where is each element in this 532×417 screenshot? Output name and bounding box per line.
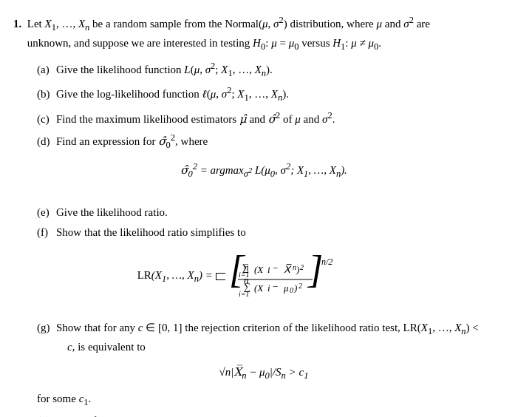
part-c-text: Find the maximum likelihood estimators μ…	[56, 109, 514, 128]
part-f: (f) Show that the likelihood ratio simpl…	[37, 224, 514, 241]
svg-text:i=1: i=1	[239, 290, 250, 298]
formula-g: √n|X̅n − μ0|/Sn > c1	[13, 364, 514, 383]
part-g-text: Show that for any c ∈ [0, 1] the rejecti…	[56, 319, 514, 356]
svg-text:i: i	[267, 282, 270, 294]
part-e-label: (e)	[37, 204, 53, 221]
svg-text:2: 2	[299, 282, 302, 290]
svg-text:0: 0	[290, 286, 293, 294]
part-b-text: Give the log-likelihood function ℓ(μ, σ2…	[56, 84, 514, 105]
part-b-label: (b)	[37, 86, 53, 103]
svg-text:(X: (X	[254, 282, 264, 294]
svg-text:): )	[293, 282, 297, 294]
part-d-label: (d)	[37, 133, 53, 150]
part-d-text: Find an expression for σ̂02, where	[56, 131, 514, 152]
svg-text:μ: μ	[283, 282, 289, 294]
part-g-label: (g)	[37, 319, 53, 336]
for-some-c1: for some c1.	[37, 390, 514, 410]
svg-text:n/2: n/2	[321, 257, 332, 267]
problem-intro: 1. Let X1, …, Xn be a random sample from…	[13, 13, 514, 55]
part-c-label: (c)	[37, 111, 53, 128]
part-a-text: Give the likelihood function L(μ, σ2; X1…	[56, 59, 514, 81]
part-h-label: (h)	[37, 413, 53, 417]
problem-container: 1. Let X1, …, Xn be a random sample from…	[13, 13, 514, 417]
part-a-label: (a)	[37, 61, 53, 78]
svg-text:i: i	[267, 264, 270, 275]
part-c: (c) Find the maximum likelihood estimato…	[37, 109, 514, 128]
part-g: (g) Show that for any c ∈ [0, 1] the rej…	[37, 319, 514, 356]
part-d: (d) Find an expression for σ̂02, where	[37, 131, 514, 152]
part-e: (e) Give the likelihood ratio.	[37, 204, 514, 221]
part-f-text: Show that the likelihood ratio simplifie…	[56, 224, 514, 241]
part-h-text: Use the fact that	[56, 413, 514, 417]
svg-text:−: −	[272, 281, 279, 292]
svg-text:n: n	[244, 274, 249, 285]
svg-text:2: 2	[300, 263, 304, 271]
svg-text:X̅: X̅	[284, 264, 292, 275]
part-h: (h) Use the fact that	[37, 413, 514, 417]
formula-d: σ̂02 = argmaxσ2 L(μ0, σ2; X1, …, Xn).	[13, 160, 514, 181]
svg-text:−: −	[272, 262, 279, 274]
part-e-text: Give the likelihood ratio.	[56, 204, 514, 221]
part-a: (a) Give the likelihood function L(μ, σ2…	[37, 59, 514, 81]
part-b: (b) Give the log-likelihood function ℓ(μ…	[37, 84, 514, 105]
svg-text:): )	[296, 264, 299, 275]
formula-f-svg: [ n ∑ i=1 (X i − X̅ n ) 2 ∑ i=1 n (X i −…	[228, 251, 390, 302]
svg-text:(X: (X	[254, 264, 264, 275]
formula-f: LR(X1, …, Xn) = [ n ∑ i=1 (X i − X̅ n ) …	[13, 251, 514, 302]
svg-text:]: ]	[307, 251, 323, 291]
part-f-label: (f)	[37, 224, 53, 241]
